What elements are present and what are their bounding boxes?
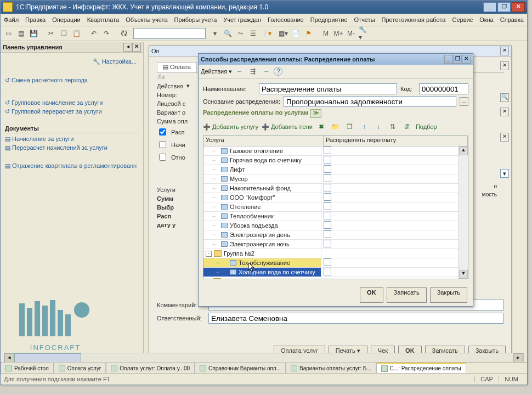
- overpay-checkbox[interactable]: [324, 165, 331, 173]
- window-tab[interactable]: Оплата услуг: [54, 363, 106, 374]
- basis-input[interactable]: [284, 96, 456, 107]
- grid-icon[interactable]: ▦▾: [278, 28, 288, 39]
- table-row[interactable]: ┈Лифт: [203, 165, 468, 174]
- copy-icon[interactable]: ❐: [58, 28, 69, 39]
- overpay-checkbox[interactable]: [324, 221, 331, 229]
- minimize-button[interactable]: _: [483, 2, 496, 12]
- link-group-charge[interactable]: ↺ Групповое начисление за услуги: [5, 99, 139, 106]
- overpay-checkbox[interactable]: [324, 184, 331, 191]
- menu-item[interactable]: Приборы учета: [174, 16, 217, 23]
- m-button[interactable]: M: [320, 28, 331, 39]
- close-button[interactable]: ✕: [512, 2, 525, 12]
- table-row[interactable]: ┈Холодная вода по счетчику: [203, 268, 468, 277]
- menu-item[interactable]: Операции: [52, 16, 80, 23]
- inner-search-icon[interactable]: 🔍: [500, 93, 509, 102]
- add-service-button[interactable]: ➕ Добавить услугу: [203, 123, 258, 131]
- dlg-min-button[interactable]: _: [444, 55, 453, 64]
- responsible-input[interactable]: [208, 313, 503, 324]
- overpay-checkbox[interactable]: [324, 193, 331, 201]
- inner-close-2[interactable]: ✕: [500, 108, 509, 116]
- menu-item[interactable]: Окна: [479, 16, 494, 23]
- dlg-close-btn[interactable]: Закрыть: [430, 287, 467, 303]
- podbor-button[interactable]: Подбор: [416, 123, 437, 130]
- menu-item[interactable]: Правка: [25, 16, 46, 23]
- new-icon[interactable]: ▭: [3, 28, 14, 39]
- window-tab[interactable]: Справочник Варианты опл...: [195, 363, 286, 374]
- search-combo[interactable]: [133, 28, 206, 39]
- table-row[interactable]: ┈Электроэнергия ночь: [203, 240, 468, 249]
- basis-select-button[interactable]: …: [460, 97, 468, 106]
- overpay-checkbox[interactable]: [324, 230, 331, 238]
- pw-close-button[interactable]: ✕: [500, 47, 509, 55]
- dlg-write-button[interactable]: Записать: [387, 287, 427, 303]
- panel-pin-button[interactable]: ◂: [123, 43, 132, 52]
- section-expand-button[interactable]: ≫: [310, 109, 321, 118]
- overpay-checkbox[interactable]: [324, 156, 331, 163]
- flag-icon[interactable]: ⚑: [303, 28, 314, 39]
- overpay-checkbox[interactable]: [324, 174, 331, 182]
- report-icon[interactable]: 📄: [290, 28, 301, 39]
- list-icon[interactable]: ☰: [247, 28, 258, 39]
- overpay-checkbox[interactable]: [324, 146, 331, 154]
- nav-go-icon[interactable]: ⇶: [247, 66, 258, 77]
- nav-forward-icon[interactable]: →: [261, 66, 271, 77]
- table-row[interactable]: ┈Накопительный фонд: [203, 184, 468, 193]
- menu-item[interactable]: Голосование: [268, 16, 304, 23]
- overpay-checkbox[interactable]: [324, 258, 331, 266]
- inner-dropdown[interactable]: ▾: [500, 169, 509, 178]
- table-row[interactable]: ┈Тех обслуживание: [203, 258, 468, 268]
- wrench-icon[interactable]: 🔧▾: [358, 28, 369, 39]
- window-tab[interactable]: Варианты оплаты услуг: Б...: [286, 363, 376, 374]
- undo-icon[interactable]: ↶: [88, 28, 99, 39]
- nav-back-icon[interactable]: ←: [234, 66, 245, 77]
- dlg-max-button[interactable]: ❐: [453, 55, 462, 64]
- help-tip-icon[interactable]: ❔▾: [260, 28, 271, 39]
- sort-desc-icon[interactable]: ⇵: [401, 121, 412, 132]
- copy-row-icon[interactable]: ❐: [344, 121, 355, 132]
- table-row[interactable]: ┈Теплообменник: [203, 212, 468, 221]
- table-row[interactable]: ┈Электроэнергия день: [203, 230, 468, 240]
- menu-item[interactable]: Предприятие: [310, 16, 348, 23]
- table-row[interactable]: ┈Мусор: [203, 174, 468, 184]
- table-row[interactable]: ┈Газовое отопление: [203, 146, 468, 156]
- col-overpay[interactable]: Распределять переплату: [324, 136, 468, 146]
- collapse-icon[interactable]: -: [206, 251, 212, 257]
- menu-item[interactable]: Сервис: [452, 16, 473, 23]
- overpay-checkbox[interactable]: [324, 202, 331, 210]
- link-charge-services[interactable]: ▤ Начисление за услуги: [5, 136, 139, 143]
- tab-payment[interactable]: ▤ Оплата: [157, 62, 197, 72]
- scroll-down-icon[interactable]: ▼: [459, 270, 468, 279]
- help-icon[interactable]: ?: [274, 67, 282, 76]
- window-tab[interactable]: С...: Распределение оплаты: [376, 363, 466, 374]
- menu-item[interactable]: Файл: [4, 16, 19, 23]
- menu-item[interactable]: Объекты учета: [126, 16, 167, 23]
- dlg-ok-button[interactable]: OK: [360, 287, 383, 303]
- grid-scrollbar[interactable]: ▲ ▼: [459, 146, 468, 279]
- table-row[interactable]: Не распределять: [203, 277, 468, 279]
- menu-item[interactable]: Отчеты: [354, 16, 375, 23]
- find-icon[interactable]: 🔍: [222, 28, 233, 39]
- link-group-recalc[interactable]: ↺ Групповой перерасчет за услуги: [5, 108, 139, 115]
- m-minus-button[interactable]: M-: [346, 28, 356, 39]
- m-plus-button[interactable]: M+: [333, 28, 344, 39]
- menu-item[interactable]: Справка: [500, 16, 524, 23]
- paste-icon[interactable]: 📋: [71, 28, 82, 39]
- chk-nachi[interactable]: [159, 141, 166, 148]
- panel-config-link[interactable]: 🔧 Настройка...: [93, 58, 137, 65]
- restore-button[interactable]: ❐: [497, 2, 511, 12]
- save-icon[interactable]: 💾: [28, 28, 39, 39]
- overpay-checkbox[interactable]: [324, 240, 331, 247]
- move-up-icon[interactable]: ↑: [359, 121, 370, 132]
- col-service[interactable]: Услуга: [203, 136, 324, 146]
- inner-close-3[interactable]: ✕: [500, 133, 509, 142]
- window-tab[interactable]: Рабочий стол: [1, 363, 54, 374]
- name-input[interactable]: [259, 83, 397, 94]
- panel-close-button[interactable]: ✕: [132, 43, 141, 52]
- dlg-close-button[interactable]: ✕: [462, 55, 471, 64]
- table-row[interactable]: ┈Отопление: [203, 202, 468, 212]
- link-change-period[interactable]: ↺ Смена расчетного периода: [5, 77, 139, 84]
- cut-icon[interactable]: ✂: [46, 28, 56, 39]
- table-row[interactable]: ┈Горячая вода по счетчику: [203, 156, 468, 165]
- menu-item[interactable]: Учет граждан: [223, 16, 261, 23]
- refresh-icon[interactable]: 🗘: [118, 28, 129, 39]
